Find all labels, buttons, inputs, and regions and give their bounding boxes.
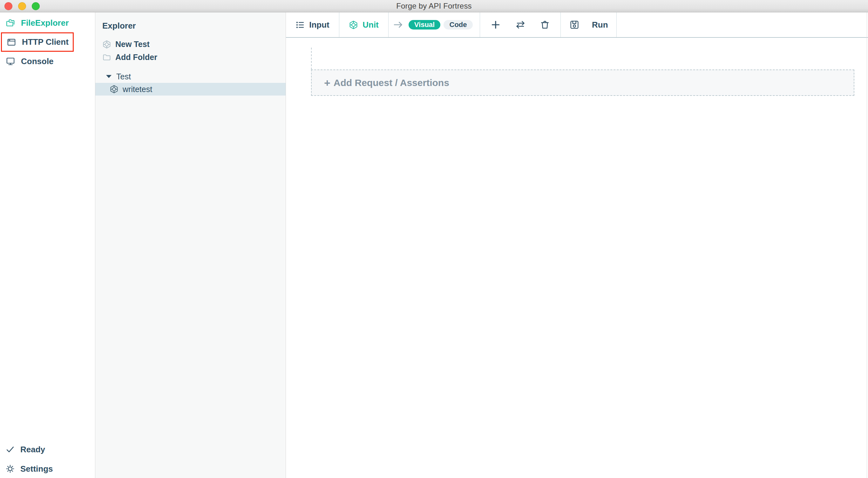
tree-node-writetest[interactable]: writetest	[95, 83, 286, 96]
minimize-window-button[interactable]	[18, 2, 26, 10]
window-right-edge	[867, 12, 867, 478]
sidebar-item-label: Console	[21, 57, 54, 66]
list-icon	[296, 20, 305, 30]
trash-icon	[540, 20, 550, 30]
run-group: Run	[561, 12, 617, 37]
arrow-right-icon	[393, 20, 403, 30]
toolbar-filler	[617, 12, 868, 37]
sidebar-item-console[interactable]: Console	[0, 55, 95, 68]
visual-mode-button[interactable]: Visual	[409, 20, 440, 30]
test-composer-canvas: + Add Request / Assertions	[286, 38, 868, 478]
window-controls	[4, 2, 40, 10]
explorer-panel-title: Explorer	[102, 21, 286, 31]
check-icon	[6, 445, 14, 454]
sidebar-item-settings[interactable]: Settings	[0, 463, 95, 475]
code-mode-button[interactable]: Code	[443, 20, 473, 30]
status-ready: Ready	[0, 443, 95, 456]
add-folder-label: Add Folder	[115, 53, 157, 62]
monitor-icon	[6, 57, 15, 66]
folders-icon	[6, 18, 15, 28]
add-request-assertions-label: Add Request / Assertions	[334, 77, 449, 88]
sidebar-item-label: Settings	[20, 464, 53, 474]
app-window: Forge by API Fortress FileExplorer HTTP …	[0, 0, 868, 478]
sidebar-item-http-client[interactable]: HTTP Client	[1, 32, 74, 52]
zoom-window-button[interactable]	[32, 2, 40, 10]
save-button[interactable]	[569, 20, 580, 30]
test-cube-icon	[110, 85, 119, 94]
tab-input[interactable]: Input	[286, 12, 339, 37]
add-component-button[interactable]	[490, 20, 501, 30]
close-window-button[interactable]	[4, 2, 12, 10]
gear-icon	[6, 464, 14, 473]
tree-node-label: writetest	[123, 85, 152, 94]
plus-icon: +	[324, 77, 331, 88]
cube-icon	[349, 20, 358, 30]
add-folder-button[interactable]: Add Folder	[95, 51, 286, 64]
save-icon	[569, 20, 580, 30]
swap-arrows-icon	[515, 20, 526, 30]
visual-mode-label: Visual	[414, 21, 435, 29]
titlebar: Forge by API Fortress	[0, 0, 868, 12]
tab-input-label: Input	[309, 20, 330, 30]
tree-node-label: Test	[116, 72, 131, 81]
caret-down-icon	[106, 75, 112, 78]
window-title: Forge by API Fortress	[396, 2, 472, 10]
drop-connector-line	[311, 47, 312, 69]
folder-icon	[102, 53, 111, 62]
component-actions-group	[480, 12, 561, 37]
sidebar-footer: Ready Settings	[0, 443, 95, 478]
new-test-button[interactable]: New Test	[95, 38, 286, 51]
browser-icon	[7, 37, 16, 47]
run-button[interactable]: Run	[592, 20, 608, 30]
code-mode-label: Code	[450, 21, 467, 29]
new-test-label: New Test	[115, 40, 150, 49]
editor-toolbar: Input Unit	[286, 12, 868, 38]
reorder-button[interactable]	[515, 20, 526, 30]
test-cube-icon	[102, 40, 111, 49]
explorer-actions: New Test Add Folder	[95, 38, 286, 64]
tree-node-test[interactable]: Test	[95, 70, 286, 83]
sidebar-item-label: FileExplorer	[21, 18, 69, 28]
explorer-panel: Explorer New Test	[95, 12, 286, 478]
left-sidebar: FileExplorer HTTP Client Console	[0, 12, 95, 478]
tab-unit-label: Unit	[363, 20, 379, 30]
status-label: Ready	[20, 445, 45, 454]
view-mode-group: Visual Code	[389, 12, 480, 37]
tab-unit[interactable]: Unit	[339, 12, 389, 37]
sidebar-item-file-explorer[interactable]: FileExplorer	[0, 16, 95, 29]
add-request-assertions-button[interactable]: + Add Request / Assertions	[311, 69, 854, 96]
explorer-tree: Test writetest	[95, 70, 286, 96]
sidebar-item-label: HTTP Client	[22, 37, 69, 47]
main-area: Input Unit	[286, 12, 868, 478]
plus-icon	[491, 20, 501, 30]
delete-button[interactable]	[539, 20, 550, 30]
